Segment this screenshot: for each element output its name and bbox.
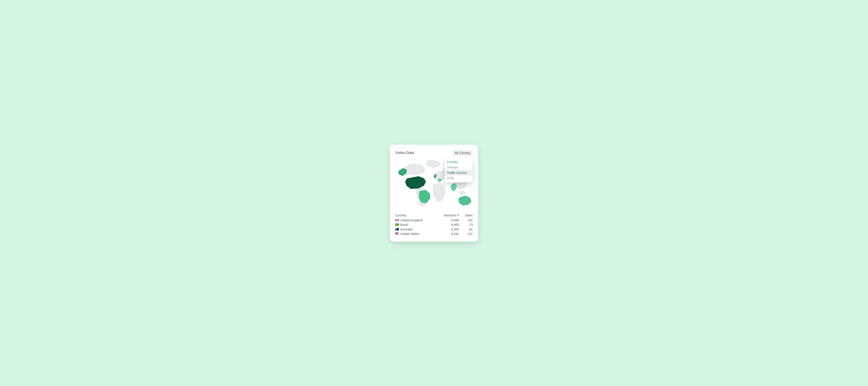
column-header-sessions-label: Sessions xyxy=(443,213,456,217)
cell-sales: 192 xyxy=(459,218,473,222)
column-header-country[interactable]: Country xyxy=(395,213,439,217)
visitor-data-card: Visitor Data By Country Country Devices … xyxy=(390,145,478,241)
map-region-australia xyxy=(458,196,471,206)
table-row: United Kingdom 9,494 192 xyxy=(395,218,473,222)
sort-desc-icon xyxy=(457,215,459,216)
filter-by-country-button[interactable]: By Country xyxy=(453,150,473,155)
cell-sessions: 9,494 xyxy=(439,218,459,222)
cell-sales: 73 xyxy=(459,223,473,227)
flag-br-icon xyxy=(395,224,399,226)
cell-sales: 121 xyxy=(459,232,473,236)
visitor-table: Country Sessions Sales United Kingdom 9,… xyxy=(395,213,473,236)
country-name: United Kingdom xyxy=(400,218,423,222)
card-title: Visitor Data xyxy=(395,151,414,155)
cell-sessions: 4,541 xyxy=(439,232,459,236)
column-header-sales[interactable]: Sales xyxy=(459,213,473,217)
cell-sales: 61 xyxy=(459,228,473,231)
cell-country: United States xyxy=(395,232,439,236)
cell-sessions: 6,893 xyxy=(439,223,459,227)
column-header-sessions[interactable]: Sessions xyxy=(439,213,459,217)
table-row: United States 4,541 121 xyxy=(395,232,473,236)
country-name: Brazil xyxy=(400,223,408,227)
map-region-usa xyxy=(405,176,426,188)
cell-country: Brazil xyxy=(395,223,439,227)
map-region-brazil xyxy=(419,190,430,203)
dropdown-item-traffic-source[interactable]: Traffic Source xyxy=(445,170,473,176)
flag-uk-icon xyxy=(395,219,399,221)
country-name: United States xyxy=(400,232,419,236)
card-header: Visitor Data By Country xyxy=(395,150,473,155)
cell-sessions: 4,552 xyxy=(439,228,459,231)
dropdown-item-country[interactable]: Country xyxy=(445,159,473,165)
table-row: Australia 4,552 61 xyxy=(395,227,473,232)
filter-dropdown: Country Devices Traffic Source UTM xyxy=(445,158,473,182)
table-header-row: Country Sessions Sales xyxy=(395,213,473,217)
cell-country: United Kingdom xyxy=(395,218,439,222)
flag-us-icon xyxy=(395,233,399,235)
country-name: Australia xyxy=(400,228,412,231)
dropdown-item-utm[interactable]: UTM xyxy=(445,176,473,181)
map-region-alaska xyxy=(398,168,407,176)
flag-au-icon xyxy=(395,228,399,231)
table-row: Brazil 6,893 73 xyxy=(395,222,473,227)
dropdown-item-devices[interactable]: Devices xyxy=(445,165,473,170)
map-region-india xyxy=(451,183,457,191)
cell-country: Australia xyxy=(395,228,439,231)
